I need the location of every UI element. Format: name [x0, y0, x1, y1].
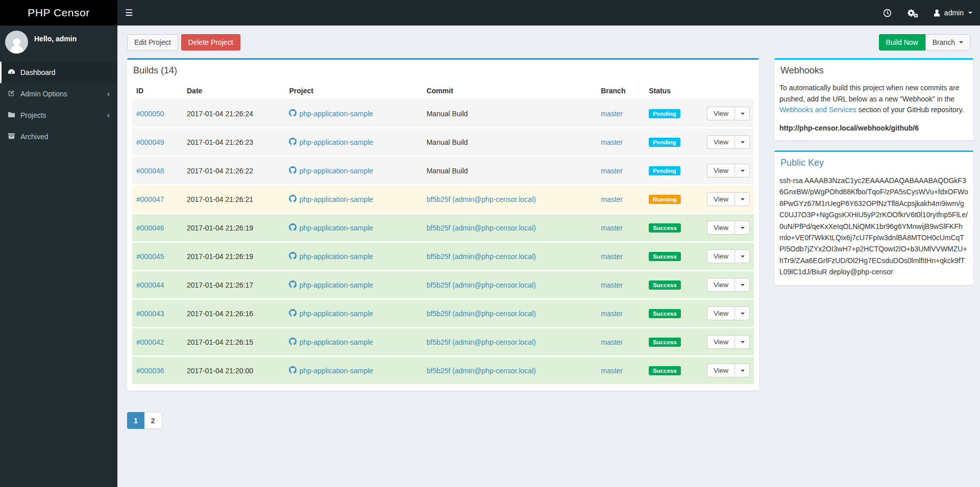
user-menu-label: admin — [944, 9, 964, 17]
pagination-page-1[interactable]: 1 — [127, 412, 144, 429]
sidebar-item-dashboard[interactable]: Dashboard — [0, 62, 117, 83]
commit-link[interactable]: bf5b25f (admin@php-censor.local) — [427, 367, 536, 375]
build-id-link[interactable]: #000042 — [136, 338, 164, 346]
folder-icon — [8, 111, 15, 120]
commit-link[interactable]: bf5b25f (admin@php-censor.local) — [427, 252, 536, 261]
branch-link[interactable]: master — [601, 367, 623, 375]
branch-link[interactable]: master — [601, 110, 623, 118]
branch-link[interactable]: master — [601, 281, 623, 289]
build-id-link[interactable]: #000046 — [136, 224, 164, 232]
build-id-link[interactable]: #000050 — [136, 110, 164, 118]
commit-link[interactable]: bf5b25f (admin@php-censor.local) — [427, 310, 536, 318]
column-header-commit: Commit — [423, 83, 597, 99]
build-id-link[interactable]: #000049 — [136, 138, 164, 146]
project-link[interactable]: php-application-sample — [289, 223, 373, 233]
project-link[interactable]: php-application-sample — [289, 366, 373, 375]
github-icon — [289, 195, 297, 204]
sidebar-item-archived[interactable]: Archived — [0, 126, 117, 147]
build-now-button[interactable]: Build Now — [879, 34, 925, 50]
commit-link[interactable]: bf5b25f (admin@php-censor.local) — [427, 338, 536, 346]
build-date: 2017-01-04 21:26:24 — [183, 99, 285, 128]
project-actions: Edit Project Delete Project Build Now Br… — [127, 34, 970, 50]
sidebar-toggle-button[interactable]: ☰ — [117, 0, 140, 25]
view-button[interactable]: View — [707, 278, 734, 292]
branch-link[interactable]: master — [601, 224, 623, 232]
view-button[interactable]: View — [707, 221, 734, 235]
app-logo[interactable]: PHP Censor — [0, 0, 117, 25]
build-id-link[interactable]: #000047 — [136, 195, 164, 203]
edit-icon — [8, 89, 15, 98]
pagination-page-2[interactable]: 2 — [144, 412, 162, 429]
caret-down-icon — [741, 284, 745, 286]
project-link[interactable]: php-application-sample — [289, 109, 373, 118]
caret-down-icon — [741, 198, 745, 200]
sidebar-menu: DashboardAdmin Options‹Projects‹Archived — [0, 62, 117, 147]
build-date: 2017-01-04 21:26:21 — [183, 185, 285, 214]
view-button[interactable]: View — [707, 335, 734, 349]
view-button[interactable]: View — [707, 135, 734, 149]
project-link[interactable]: php-application-sample — [289, 195, 373, 204]
branch-link[interactable]: master — [601, 167, 623, 175]
view-button[interactable]: View — [707, 306, 734, 320]
view-dropdown-button[interactable] — [734, 278, 750, 292]
view-dropdown-button[interactable] — [734, 249, 750, 263]
view-button[interactable]: View — [707, 107, 734, 120]
project-link[interactable]: php-application-sample — [289, 338, 373, 347]
dashboard-icon — [8, 68, 15, 77]
build-id-link[interactable]: #000036 — [136, 367, 164, 375]
chevron-left-icon: ‹ — [107, 113, 110, 118]
commit-link[interactable]: bf5b25f (admin@php-censor.local) — [427, 224, 536, 232]
branch-link[interactable]: master — [601, 310, 623, 318]
view-dropdown-button[interactable] — [734, 306, 750, 320]
view-dropdown-button[interactable] — [734, 364, 750, 377]
project-link[interactable]: php-application-sample — [289, 309, 373, 318]
view-dropdown-button[interactable] — [734, 221, 750, 235]
view-button-group: View — [707, 107, 750, 120]
branch-dropdown-button[interactable]: Branch — [925, 34, 970, 50]
view-button[interactable]: View — [707, 364, 734, 377]
webhooks-services-link[interactable]: Webhooks and Services — [779, 106, 856, 114]
github-icon — [289, 138, 297, 147]
view-dropdown-button[interactable] — [734, 107, 750, 120]
build-id-link[interactable]: #000044 — [136, 281, 164, 289]
commit-link[interactable]: bf5b25f (admin@php-censor.local) — [427, 281, 536, 289]
settings-button[interactable] — [899, 0, 925, 25]
view-dropdown-button[interactable] — [734, 335, 750, 349]
view-button[interactable]: View — [707, 249, 734, 263]
view-button[interactable]: View — [707, 164, 734, 177]
delete-project-button[interactable]: Delete Project — [181, 34, 240, 50]
project-link[interactable]: php-application-sample — [289, 138, 373, 147]
caret-down-icon — [741, 313, 745, 315]
sidebar-item-admin-options[interactable]: Admin Options‹ — [0, 83, 117, 105]
timeline-button[interactable] — [875, 0, 899, 25]
webhooks-description: To automatically build this project when… — [779, 83, 968, 116]
view-dropdown-button[interactable] — [734, 164, 750, 177]
sidebar-item-label: Admin Options — [20, 90, 102, 98]
build-row: #0000462017-01-04 21:26:19php-applicatio… — [132, 214, 754, 242]
branch-link[interactable]: master — [601, 338, 623, 346]
view-dropdown-button[interactable] — [734, 135, 750, 149]
navbar-right: admin — [875, 0, 980, 25]
commit-text: Manual Build — [427, 138, 468, 146]
build-id-link[interactable]: #000043 — [136, 310, 164, 318]
sidebar-item-label: Archived — [20, 133, 110, 141]
user-menu[interactable]: admin — [925, 0, 980, 25]
project-link[interactable]: php-application-sample — [289, 252, 373, 261]
branch-link[interactable]: master — [601, 195, 623, 203]
build-date: 2017-01-04 21:26:17 — [183, 271, 285, 299]
edit-project-button[interactable]: Edit Project — [127, 34, 178, 50]
commit-link[interactable]: bf5b25f (admin@php-censor.local) — [427, 195, 536, 203]
project-link[interactable]: php-application-sample — [289, 280, 373, 290]
branch-link[interactable]: master — [601, 138, 623, 146]
public-key-panel: Public Key ssh-rsa AAAAB3NzaC1yc2EAAAADA… — [774, 150, 973, 285]
view-button[interactable]: View — [707, 192, 734, 206]
caret-down-icon — [741, 113, 745, 115]
branch-link[interactable]: master — [601, 252, 623, 261]
user-icon — [933, 9, 941, 17]
project-link[interactable]: php-application-sample — [289, 166, 373, 175]
build-id-link[interactable]: #000048 — [136, 167, 164, 175]
build-id-link[interactable]: #000045 — [136, 252, 164, 261]
caret-down-icon — [741, 170, 745, 172]
view-dropdown-button[interactable] — [734, 192, 750, 206]
sidebar-item-projects[interactable]: Projects‹ — [0, 105, 117, 126]
